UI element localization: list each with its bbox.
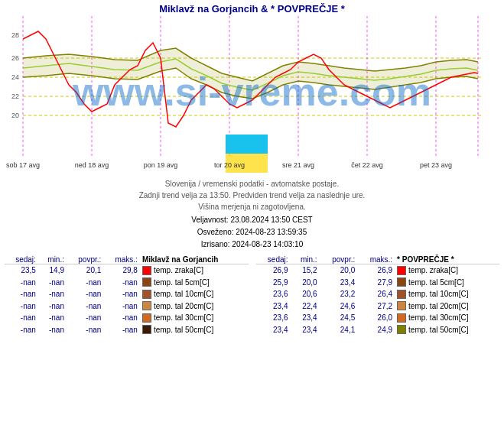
table1-block: sedaj: min.: povpr.: maks.: Miklavž na G…: [5, 255, 249, 336]
cell-min: 23,4: [291, 312, 320, 324]
cell-label: temp. zraka[C]: [140, 264, 249, 277]
data-tables: sedaj: min.: povpr.: maks.: Miklavž na G…: [0, 254, 504, 337]
info-line1: Slovenija / vremenski podatki - avtomats…: [6, 178, 498, 190]
th-min1: min.:: [38, 255, 67, 264]
cell-povpr: 24,6: [320, 300, 358, 313]
cell-povpr: 23,4: [320, 277, 358, 289]
cell-maks: -nan: [103, 312, 140, 324]
chart-svg: 28 26 24 22 20: [0, 16, 504, 177]
legend-label: temp. tal 5cm[C]: [154, 277, 210, 289]
legend-label: temp. tal 5cm[C]: [408, 277, 464, 289]
legend-label: temp. tal 50cm[C]: [154, 324, 213, 336]
table2-block: sedaj: min.: povpr.: maks.: * POVPREČJE …: [256, 255, 500, 336]
cell-sedaj: -nan: [5, 277, 38, 289]
cell-sedaj: 23,6: [256, 288, 291, 300]
th-maks1: maks.:: [103, 255, 140, 264]
cell-povpr: -nan: [67, 300, 103, 313]
legend-box: [142, 277, 151, 287]
cell-povpr: 24,1: [320, 324, 358, 336]
cell-sedaj: -nan: [5, 324, 38, 336]
cell-maks: 27,9: [357, 277, 395, 289]
cell-maks: 26,4: [357, 288, 395, 300]
cell-povpr: -nan: [67, 312, 103, 324]
legend-box: [142, 301, 151, 310]
validity-block: Veljavnost: 23.08.2024 13:50 CEST Osveže…: [0, 214, 504, 251]
cell-povpr: 20,0: [320, 264, 358, 277]
table-row: -nan-nan-nan-nantemp. tal 5cm[C]: [5, 277, 249, 289]
cell-label: temp. tal 30cm[C]: [395, 312, 499, 324]
svg-text:sre 21 avg: sre 21 avg: [282, 161, 314, 169]
cell-label: temp. tal 50cm[C]: [395, 324, 499, 336]
legend-label: temp. tal 30cm[C]: [408, 312, 468, 324]
cell-label: temp. tal 5cm[C]: [140, 277, 249, 289]
cell-maks: -nan: [103, 277, 140, 289]
table1: sedaj: min.: povpr.: maks.: Miklavž na G…: [5, 255, 249, 336]
legend-label: temp. tal 20cm[C]: [154, 300, 213, 313]
svg-rect-20: [226, 135, 268, 154]
cell-povpr: -nan: [67, 277, 103, 289]
legend-box: [142, 266, 151, 275]
svg-text:sob 17 avg: sob 17 avg: [6, 161, 40, 169]
legend-label: temp. zraka[C]: [408, 264, 458, 277]
table-row: 23,623,424,526,0temp. tal 30cm[C]: [256, 312, 500, 324]
cell-label: temp. tal 5cm[C]: [395, 277, 499, 289]
cell-min: 20,0: [291, 277, 320, 289]
cell-maks: 26,0: [357, 312, 395, 324]
cell-label: temp. tal 30cm[C]: [140, 312, 249, 324]
cell-min: -nan: [38, 300, 67, 313]
cell-sedaj: 23,4: [256, 300, 291, 313]
table-row: -nan-nan-nan-nantemp. tal 50cm[C]: [5, 324, 249, 336]
th-maks2: maks.:: [357, 255, 395, 264]
cell-povpr: -nan: [67, 288, 103, 300]
svg-text:pon 19 avg: pon 19 avg: [144, 161, 178, 169]
th-station1: Miklavž na Gorjancih: [140, 255, 249, 264]
cell-min: 22,4: [291, 300, 320, 313]
table-row: -nan-nan-nan-nantemp. tal 10cm[C]: [5, 288, 249, 300]
cell-label: temp. zraka[C]: [395, 264, 499, 277]
table-row: 23,620,623,226,4temp. tal 10cm[C]: [256, 288, 500, 300]
cell-label: temp. tal 10cm[C]: [395, 288, 499, 300]
cell-sedaj: -nan: [5, 300, 38, 313]
cell-maks: 26,9: [357, 264, 395, 277]
legend-box: [397, 325, 406, 334]
legend-box: [397, 313, 406, 323]
svg-text:čet 22 avg: čet 22 avg: [351, 161, 383, 169]
cell-povpr: 20,1: [67, 264, 103, 277]
cell-min: 14,9: [38, 264, 67, 277]
cell-maks: 24,9: [357, 324, 395, 336]
legend-label: temp. tal 10cm[C]: [154, 288, 213, 300]
cell-min: -nan: [38, 324, 67, 336]
svg-text:tor 20 avg: tor 20 avg: [214, 161, 245, 169]
drawn-line: Izrisano: 2024-08-23 14:03:10: [0, 238, 504, 251]
legend-box: [397, 266, 406, 275]
table-row: 25,920,023,427,9temp. tal 5cm[C]: [256, 277, 500, 289]
cell-label: temp. tal 50cm[C]: [140, 324, 249, 336]
cell-povpr: 23,2: [320, 288, 358, 300]
cell-maks: 29,8: [103, 264, 140, 277]
table-row: 23,422,424,627,2temp. tal 20cm[C]: [256, 300, 500, 313]
validity-line: Veljavnost: 23.08.2024 13:50 CEST: [0, 214, 504, 226]
svg-text:28: 28: [11, 31, 19, 39]
th-povpr1: povpr.:: [67, 255, 103, 264]
svg-text:22: 22: [11, 92, 19, 100]
cell-povpr: 24,5: [320, 312, 358, 324]
svg-text:24: 24: [11, 73, 19, 81]
cell-label: temp. tal 20cm[C]: [140, 300, 249, 313]
table-row: 26,915,220,026,9temp. zraka[C]: [256, 264, 500, 277]
table-row: -nan-nan-nan-nantemp. tal 30cm[C]: [5, 312, 249, 324]
svg-text:20: 20: [11, 112, 19, 119]
cell-povpr: -nan: [67, 324, 103, 336]
cell-sedaj: 26,9: [256, 264, 291, 277]
legend-box: [397, 277, 406, 287]
legend-label: temp. tal 30cm[C]: [154, 312, 213, 324]
cell-min: 15,2: [291, 264, 320, 277]
cell-maks: -nan: [103, 300, 140, 313]
cell-min: -nan: [38, 312, 67, 324]
table-row: 23,514,920,129,8temp. zraka[C]: [5, 264, 249, 277]
cell-min: -nan: [38, 277, 67, 289]
cell-min: 20,6: [291, 288, 320, 300]
legend-label: temp. zraka[C]: [154, 264, 203, 277]
cell-sedaj: -nan: [5, 312, 38, 324]
svg-text:pet 23 avg: pet 23 avg: [420, 161, 452, 169]
legend-label: temp. tal 50cm[C]: [408, 324, 468, 336]
